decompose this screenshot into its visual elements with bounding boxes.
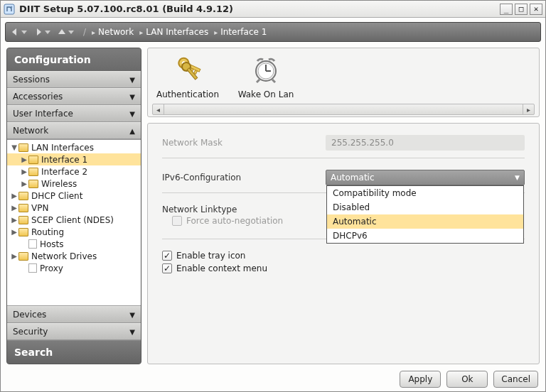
- navbar: / ▸ Network ▸ LAN Interfaces ▸ Interface…: [5, 22, 541, 42]
- tree-dhcp-client[interactable]: ▶DHCP Client: [7, 190, 141, 202]
- tree-expander-icon[interactable]: ▶: [20, 168, 28, 175]
- nav-up-button[interactable]: [57, 27, 67, 37]
- tree-hosts[interactable]: Hosts: [7, 238, 141, 250]
- svg-line-19: [257, 80, 259, 82]
- sidebar-cat-ui[interactable]: User Interface▼: [7, 105, 141, 122]
- sidebar-search-heading[interactable]: Search: [7, 340, 141, 364]
- ipv6-combo[interactable]: Automatic ▼ Compatibility mode Disabled …: [326, 170, 525, 185]
- tree-label: Interface 2: [41, 167, 87, 177]
- content-area: Authentication Wake On Lan ◂ ▸ Ne: [147, 48, 540, 364]
- ipv6-selected-value: Automatic: [331, 173, 375, 183]
- tree-proxy[interactable]: Proxy: [7, 262, 141, 274]
- tree-label: SCEP Client (NDES): [31, 215, 114, 225]
- sidebar-cat-sessions[interactable]: Sessions▼: [7, 71, 141, 88]
- force-autoneg-checkbox: [172, 216, 182, 226]
- app-icon: [4, 4, 15, 15]
- ipv6-opt-disabled[interactable]: Disabled: [327, 200, 523, 214]
- breadcrumb-lan[interactable]: LAN Interfaces: [146, 27, 208, 37]
- chevron-right-icon: ▸: [92, 28, 95, 36]
- tree-routing[interactable]: ▶Routing: [7, 226, 141, 238]
- nav-up-history[interactable]: [68, 28, 75, 36]
- tree-expander-icon[interactable]: ▼: [10, 143, 18, 151]
- close-button[interactable]: ✕: [530, 4, 542, 15]
- context-menu-label: Enable context menu: [176, 263, 267, 273]
- chevron-down-icon: ▼: [129, 311, 135, 319]
- cancel-button[interactable]: Cancel: [493, 371, 538, 388]
- sidebar-tree[interactable]: ▼LAN Interfaces ▶Interface 1 ▶Interface …: [7, 139, 141, 306]
- category-scrollbar[interactable]: ◂ ▸: [152, 104, 535, 115]
- file-icon: [28, 239, 37, 249]
- ipv6-dropdown: Compatibility mode Disabled Automatic DH…: [326, 185, 524, 244]
- svg-line-20: [272, 80, 275, 82]
- tree-expander-icon[interactable]: ▶: [10, 252, 18, 260]
- nav-back-history[interactable]: [21, 28, 28, 36]
- category-toolbar: Authentication Wake On Lan ◂ ▸: [147, 48, 540, 117]
- cat-authentication[interactable]: Authentication: [155, 53, 220, 99]
- chevron-down-icon: ▼: [129, 76, 135, 84]
- cat-label: Authentication: [156, 89, 219, 99]
- ipv6-label: IPv6-Configuration: [162, 173, 326, 183]
- tree-vpn[interactable]: ▶VPN: [7, 202, 141, 214]
- force-autoneg-label: Force auto-negotiation: [186, 216, 283, 226]
- row-tray-icon: Enable tray icon: [162, 251, 525, 261]
- svg-marker-6: [58, 29, 65, 34]
- ipv6-opt-compat[interactable]: Compatibility mode: [327, 186, 523, 200]
- sidebar-cat-label: Devices: [13, 310, 46, 320]
- sidebar: Configuration Sessions▼ Accessories▼ Use…: [6, 48, 141, 364]
- tree-interface-2[interactable]: ▶Interface 2: [7, 165, 141, 178]
- minimize-button[interactable]: _: [500, 4, 513, 15]
- footer: Apply Ok Cancel: [1, 367, 545, 391]
- folder-icon: [18, 204, 28, 212]
- ok-button[interactable]: Ok: [446, 371, 488, 388]
- ipv6-opt-dhcpv6[interactable]: DHCPv6: [327, 229, 523, 243]
- tree-wireless[interactable]: ▶Wireless: [7, 178, 141, 190]
- tree-expander-icon[interactable]: ▶: [20, 156, 28, 163]
- tree-interface-1[interactable]: ▶Interface 1: [7, 153, 141, 165]
- svg-point-1: [11, 6, 13, 8]
- svg-marker-3: [21, 31, 27, 34]
- tree-scep[interactable]: ▶SCEP Client (NDES): [7, 214, 141, 226]
- breadcrumb-if1[interactable]: Interface 1: [220, 27, 267, 37]
- chevron-down-icon: ▼: [129, 110, 135, 118]
- sidebar-cat-devices[interactable]: Devices▼: [7, 306, 141, 323]
- context-menu-checkbox[interactable]: [162, 263, 172, 273]
- chevron-down-icon: ▼: [129, 328, 135, 336]
- sidebar-cat-label: Accessories: [13, 92, 63, 102]
- sidebar-cat-label: Security: [13, 327, 48, 337]
- chevron-down-icon: ▼: [129, 93, 135, 101]
- netmask-label: Network Mask: [162, 138, 326, 148]
- folder-icon: [18, 192, 28, 200]
- sidebar-cat-accessories[interactable]: Accessories▼: [7, 88, 141, 105]
- sidebar-cat-label: Network: [13, 126, 48, 136]
- tree-label: Proxy: [40, 263, 63, 273]
- ipv6-opt-automatic[interactable]: Automatic: [327, 214, 523, 229]
- tree-network-drives[interactable]: ▶Network Drives: [7, 250, 141, 262]
- maximize-button[interactable]: □: [515, 4, 528, 15]
- nav-forward-history[interactable]: [44, 28, 51, 36]
- scroll-right-button[interactable]: ▸: [523, 104, 534, 114]
- sidebar-cat-security[interactable]: Security▼: [7, 323, 141, 340]
- svg-rect-0: [4, 4, 14, 14]
- sidebar-cat-label: User Interface: [13, 109, 73, 119]
- main-area: Configuration Sessions▼ Accessories▼ Use…: [1, 42, 545, 367]
- scroll-left-button[interactable]: ◂: [153, 104, 164, 114]
- nav-forward-button[interactable]: [33, 27, 43, 37]
- tree-lan-interfaces[interactable]: ▼LAN Interfaces: [7, 141, 141, 153]
- tree-expander-icon[interactable]: ▶: [10, 228, 18, 236]
- cat-wake-on-lan[interactable]: Wake On Lan: [233, 53, 299, 99]
- chevron-right-icon: ▸: [139, 28, 143, 36]
- sidebar-cat-label: Sessions: [13, 75, 50, 85]
- tree-expander-icon[interactable]: ▶: [10, 204, 18, 212]
- breadcrumb-network[interactable]: Network: [98, 27, 134, 37]
- nav-back-button[interactable]: [10, 27, 20, 37]
- apply-button[interactable]: Apply: [400, 371, 441, 388]
- folder-icon: [18, 228, 28, 236]
- chevron-right-icon: ▸: [214, 28, 218, 36]
- tree-expander-icon[interactable]: ▶: [10, 192, 18, 200]
- tray-icon-checkbox[interactable]: [162, 251, 172, 261]
- linktype-label: Network Linktype: [162, 205, 326, 214]
- tree-expander-icon[interactable]: ▶: [20, 180, 28, 187]
- row-context-menu: Enable context menu: [162, 263, 525, 273]
- sidebar-cat-network[interactable]: Network▲: [7, 122, 141, 139]
- tree-expander-icon[interactable]: ▶: [10, 216, 18, 224]
